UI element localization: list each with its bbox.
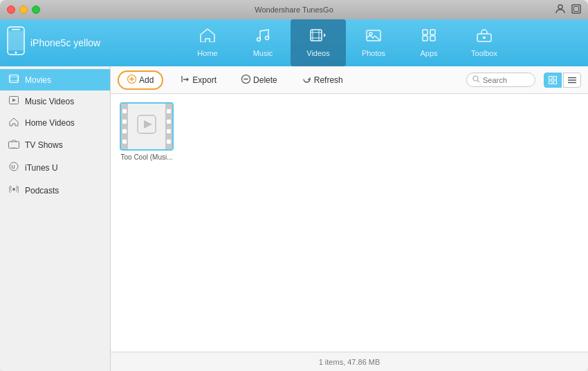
sidebar-item-tv-shows[interactable]: TV Shows (0, 134, 110, 156)
svg-rect-43 (553, 81, 557, 84)
svg-rect-10 (312, 30, 313, 41)
search-box (466, 73, 535, 87)
add-button[interactable]: Add (118, 70, 163, 90)
nav-tab-photos-label: Photos (362, 49, 385, 57)
navbar: iPhone5c yellow Home Music (0, 19, 588, 66)
svg-rect-4 (12, 29, 20, 30)
sidebar: Movies Music Videos Home Videos (0, 66, 111, 371)
svg-rect-11 (318, 30, 320, 41)
nav-tab-toolbox[interactable]: Toolbox (457, 19, 512, 66)
nav-tab-home[interactable]: Home (180, 19, 235, 66)
search-input[interactable] (483, 76, 531, 84)
svg-rect-40 (549, 76, 553, 79)
nav-tab-apps[interactable]: Apps (401, 19, 457, 66)
export-icon (180, 75, 190, 86)
device-icon (7, 26, 25, 59)
main-content: Movies Music Videos Home Videos (0, 66, 588, 371)
delete-label: Delete (253, 75, 277, 85)
sidebar-item-home-videos-label: Home Videos (25, 118, 75, 128)
grid-content: Too Cool (Musi... (111, 94, 588, 352)
music-videos-icon (8, 96, 19, 106)
export-label: Export (192, 75, 217, 85)
app-title: Wondershare TunesGo (255, 6, 333, 14)
podcasts-icon (8, 184, 19, 196)
user-icon[interactable] (555, 4, 566, 16)
film-hole (167, 140, 171, 144)
sidebar-item-music-videos[interactable]: Music Videos (0, 91, 110, 112)
video-thumbnail (120, 102, 174, 151)
svg-rect-23 (10, 75, 11, 83)
svg-rect-28 (9, 142, 19, 149)
film-hole (122, 129, 127, 133)
refresh-label: Refresh (314, 75, 343, 85)
minimize-button[interactable] (19, 6, 28, 14)
nav-tab-music-label: Music (253, 49, 273, 57)
apps-nav-icon (421, 28, 437, 46)
sidebar-item-home-videos[interactable]: Home Videos (0, 112, 110, 134)
status-bar: 1 items, 47.86 MB (111, 352, 588, 371)
film-strip-right (165, 104, 172, 149)
svg-rect-41 (553, 76, 557, 79)
export-button[interactable]: Export (172, 72, 225, 88)
refresh-button[interactable]: Refresh (294, 72, 351, 88)
content-panel: Add Export Delete (111, 66, 588, 371)
svg-point-5 (15, 52, 17, 54)
svg-point-8 (266, 37, 269, 40)
svg-rect-25 (10, 77, 19, 78)
video-item-label: Too Cool (Musi... (120, 153, 172, 161)
svg-point-38 (473, 76, 478, 81)
titlebar-actions (555, 4, 581, 16)
nav-tab-photos[interactable]: Photos (346, 19, 401, 66)
sidebar-item-itunes-u-label: iTunes U (25, 163, 58, 173)
svg-point-7 (257, 38, 261, 41)
svg-text:U: U (12, 164, 15, 169)
svg-rect-6 (8, 31, 24, 50)
close-button[interactable] (7, 6, 15, 14)
video-item[interactable]: Too Cool (Musi... (119, 102, 174, 161)
nav-tab-music[interactable]: Music (235, 19, 291, 66)
film-hole (122, 140, 127, 144)
film-strip-left (121, 104, 128, 149)
svg-rect-42 (549, 81, 553, 84)
video-grid: Too Cool (Musi... (119, 102, 580, 161)
delete-icon (241, 75, 250, 86)
film-hole (167, 109, 171, 113)
svg-rect-17 (430, 30, 435, 35)
nav-tab-videos[interactable]: Videos (291, 19, 346, 66)
sidebar-item-podcasts[interactable]: Podcasts (0, 179, 110, 202)
itunes-u-icon: U (8, 162, 19, 173)
list-view-button[interactable] (563, 73, 581, 88)
sidebar-item-itunes-u[interactable]: U iTunes U (0, 156, 110, 179)
sidebar-item-movies[interactable]: Movies (0, 69, 110, 91)
film-hole (122, 109, 127, 113)
nav-tabs: Home Music (180, 19, 512, 66)
view-toggle (544, 73, 581, 88)
sidebar-item-podcasts-label: Podcasts (25, 186, 59, 196)
svg-rect-19 (430, 36, 435, 41)
photos-nav-icon (366, 28, 381, 46)
svg-rect-12 (311, 32, 322, 33)
grid-view-button[interactable] (544, 73, 562, 88)
traffic-lights (7, 6, 40, 14)
nav-tab-apps-label: Apps (420, 49, 437, 57)
home-nav-icon (200, 28, 215, 46)
movies-icon (8, 75, 19, 85)
film-hole (167, 129, 171, 133)
videos-nav-icon (310, 28, 327, 46)
svg-rect-16 (423, 30, 428, 35)
nav-tab-toolbox-label: Toolbox (471, 49, 497, 57)
svg-rect-2 (574, 6, 579, 11)
svg-rect-21 (483, 37, 486, 39)
svg-point-32 (12, 188, 15, 191)
nav-tab-home-label: Home (197, 49, 217, 57)
svg-rect-18 (423, 36, 428, 41)
toolbar: Add Export Delete (111, 66, 588, 94)
titlebar: Wondershare TunesGo (0, 0, 588, 19)
expand-icon[interactable] (571, 4, 581, 16)
svg-line-39 (478, 81, 480, 83)
delete-button[interactable]: Delete (233, 72, 286, 88)
home-videos-icon (8, 117, 19, 129)
device-name: iPhone5c yellow (30, 37, 100, 48)
maximize-button[interactable] (32, 6, 40, 14)
tv-shows-icon (8, 140, 19, 151)
